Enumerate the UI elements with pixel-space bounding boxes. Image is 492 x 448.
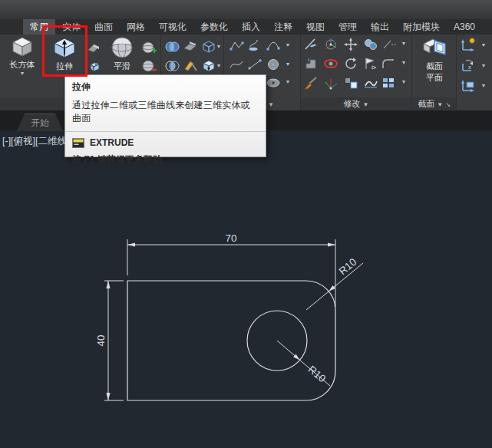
polyline-edit-button[interactable] <box>363 75 378 91</box>
ucs-bulb-icon <box>460 38 475 53</box>
spline-button[interactable] <box>229 57 244 72</box>
interfere-button[interactable] <box>201 39 216 54</box>
tab-parametric[interactable]: 参数化 <box>193 19 235 35</box>
dim70-extension-lines <box>127 239 335 307</box>
tab-annotate[interactable]: 注释 <box>267 19 299 35</box>
arc-button[interactable] <box>266 38 281 53</box>
array-dropdown-icon[interactable]: ▼ <box>400 79 408 84</box>
sphere-plus-icon <box>141 41 157 55</box>
fillet-dropdown-icon[interactable]: ▼ <box>400 60 408 65</box>
panel-label-section[interactable]: 截面 ▼ ↘ <box>412 97 456 110</box>
arc-icon <box>266 39 281 51</box>
ellipse-dropdown-icon[interactable]: ▼ <box>284 79 292 84</box>
tooltip-command: EXTRUDE <box>90 137 134 148</box>
box-dropdown-icon[interactable]: ▼ <box>20 71 25 77</box>
arc-dropdown-icon[interactable]: ▼ <box>284 42 292 48</box>
panel-modify-expand-icon: ▼ <box>363 101 369 108</box>
intersect-button[interactable] <box>164 58 180 74</box>
polyline-button[interactable] <box>229 38 244 53</box>
erase-button[interactable] <box>381 37 396 52</box>
presspull-surface-icon <box>87 42 101 54</box>
line-button[interactable] <box>247 57 263 72</box>
extrude-faces-icon <box>304 57 318 71</box>
plate-outline <box>127 281 335 400</box>
spline-icon <box>229 58 244 71</box>
presspull-surface-button[interactable] <box>86 41 101 56</box>
drawing-canvas[interactable]: [-][俯视][二维线框] 70 40 R10 R10 <box>0 130 492 448</box>
taper-face-button[interactable] <box>183 58 198 74</box>
lower-smoothness-button[interactable] <box>141 59 157 74</box>
red-ellipse-gizmo-icon <box>323 57 338 71</box>
circle-icon <box>266 58 280 71</box>
thicken-dropdown-icon[interactable]: ▼ <box>215 63 223 68</box>
tab-mesh[interactable]: 网格 <box>120 19 152 35</box>
rectangular-array-button[interactable] <box>343 75 358 91</box>
slice-solid-button[interactable] <box>303 37 319 52</box>
taper-face-icon <box>183 59 198 73</box>
presspull-button[interactable] <box>86 59 101 74</box>
ucs-plane-icon <box>460 78 475 94</box>
start-tab[interactable]: 开始 <box>17 114 63 131</box>
thicken-button[interactable] <box>201 58 216 74</box>
dim-width-text: 70 <box>225 232 236 244</box>
tab-view[interactable]: 视图 <box>299 19 332 35</box>
tab-output[interactable]: 输出 <box>364 19 396 35</box>
tab-a360[interactable]: A360 <box>447 19 482 35</box>
ellipse-icon <box>266 77 281 88</box>
ucs-previous-dropdown-icon[interactable]: ▼ <box>480 63 487 68</box>
ucs-named-dropdown-icon[interactable]: ▼ <box>480 42 487 48</box>
panel-coordinates: x ▼ ▼ ▼ <box>457 35 492 110</box>
tab-manage[interactable]: 管理 <box>332 19 364 35</box>
panel-label-modify[interactable]: 修改 ▼ <box>301 97 411 110</box>
rotate-button[interactable] <box>343 56 358 71</box>
box-button[interactable]: 长方体 ▼ <box>3 36 41 77</box>
section-plane-icon <box>421 36 448 59</box>
tab-insert[interactable]: 插入 <box>235 19 267 35</box>
tab-addins[interactable]: 附加模块 <box>396 19 447 35</box>
ellipse-button[interactable] <box>266 75 281 91</box>
refine-mesh-button[interactable] <box>141 41 157 56</box>
smooth-label: 平滑 <box>114 61 130 72</box>
3d-scale-gizmo-button[interactable] <box>323 56 338 71</box>
dim-height-text: 40 <box>95 334 107 346</box>
rect-array-icon <box>344 77 358 89</box>
smooth-object-button[interactable]: 平滑 <box>105 36 139 72</box>
helix-button[interactable] <box>247 38 263 53</box>
section-plane-button[interactable]: 截面 平面 <box>415 36 454 84</box>
extrude-tooltip: 拉伸 通过拉伸二维或三维曲线来创建三维实体或曲面 EXTRUDE 按 F1 键获… <box>64 74 266 157</box>
interfere-cube-icon <box>202 41 216 53</box>
tooltip-title: 拉伸 <box>72 81 259 94</box>
fillet-edge-button[interactable] <box>381 56 396 71</box>
dim40-arrow-bottom <box>106 393 110 400</box>
slice-button[interactable] <box>183 39 198 54</box>
3d-align-button[interactable] <box>363 37 378 52</box>
tooltip-help-text: 按 F1 键获得更多帮助 <box>72 153 259 166</box>
tab-surface[interactable]: 曲面 <box>88 19 120 35</box>
panel-modify: ▼ ▼ ▼ 修改 ▼ <box>301 35 412 110</box>
3d-move-button[interactable] <box>343 37 358 52</box>
array-button[interactable] <box>381 75 396 91</box>
match-properties-button[interactable] <box>303 75 319 91</box>
3d-rotate-gizmo-button[interactable] <box>323 37 338 52</box>
erase-icon <box>381 38 396 51</box>
mirror-flag-icon <box>363 57 378 71</box>
erase-dropdown-icon[interactable]: ▼ <box>400 41 408 46</box>
tooltip-divider <box>65 131 266 132</box>
ucs-previous-button[interactable]: x <box>460 58 475 74</box>
ucs-icon-display-button[interactable] <box>460 78 475 94</box>
ucs-named-button[interactable] <box>460 38 475 53</box>
circle-button[interactable] <box>266 57 281 72</box>
tab-visualize[interactable]: 可视化 <box>152 19 193 35</box>
3d-mirror-button[interactable] <box>363 56 378 71</box>
3d-scale-button[interactable] <box>323 75 338 91</box>
union-button[interactable] <box>164 39 180 54</box>
tooltip-description: 通过拉伸二维或三维曲线来创建三维实体或曲面 <box>72 99 259 125</box>
presspull-icon <box>87 60 101 74</box>
interfere-dropdown-icon[interactable]: ▼ <box>215 44 223 49</box>
3d-align-icon <box>363 38 378 51</box>
extrude-faces-button[interactable] <box>303 56 319 71</box>
ucs-display-dropdown-icon[interactable]: ▼ <box>480 83 487 88</box>
rotate-icon <box>343 57 358 71</box>
section-plane-label-2: 平面 <box>426 72 443 84</box>
circle-dropdown-icon[interactable]: ▼ <box>284 61 292 67</box>
